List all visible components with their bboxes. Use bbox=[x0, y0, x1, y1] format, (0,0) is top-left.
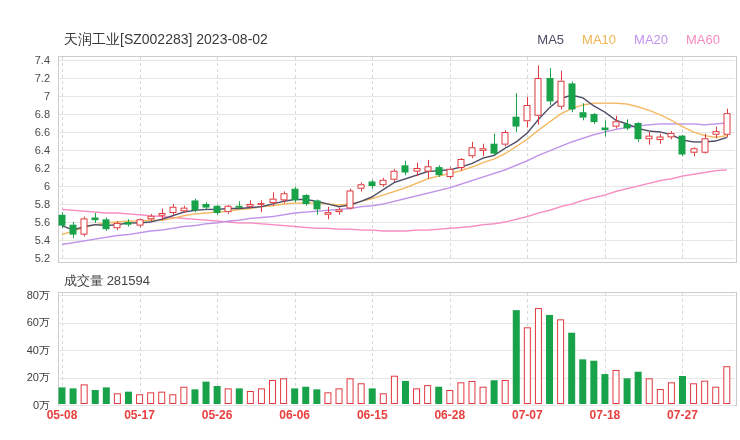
stock-chart-panel: 天润工业[SZ002283] 2023-08-02 MA5 MA10 MA20 … bbox=[0, 0, 740, 440]
kline-chart-canvas bbox=[0, 0, 740, 440]
